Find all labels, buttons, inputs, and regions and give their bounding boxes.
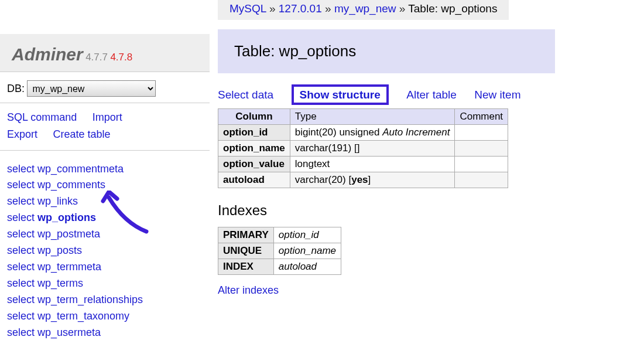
- breadcrumb: MySQL » 127.0.01 » my_wp_new » Table: wp…: [218, 0, 509, 20]
- table-link[interactable]: select wp_term_relationships: [7, 292, 203, 308]
- brand-name: Adminer: [12, 45, 83, 64]
- index-columns: option_id: [273, 227, 341, 243]
- column-type: bigint(20) unsigned Auto Increment: [290, 125, 455, 141]
- brand-version: 4.7.7: [85, 52, 108, 63]
- column-comment: [455, 125, 508, 141]
- table-row: option_valuelongtext: [218, 157, 508, 172]
- select-prefix: select: [7, 212, 37, 223]
- index-kind: INDEX: [218, 259, 274, 275]
- breadcrumb-driver[interactable]: MySQL: [229, 2, 266, 15]
- table-link[interactable]: select wp_terms: [7, 276, 203, 292]
- tab-alter-table[interactable]: Alter table: [406, 89, 457, 101]
- breadcrumb-sep: »: [269, 2, 279, 15]
- select-prefix: select: [7, 228, 37, 240]
- select-prefix: select: [7, 244, 37, 256]
- column-type: varchar(20) [yes]: [290, 172, 455, 188]
- sidebar: Adminer 4.7.7 4.7.8 DB: my_wp_new SQL co…: [0, 0, 210, 340]
- indexes-heading: Indexes: [218, 202, 636, 219]
- column-type: longtext: [290, 157, 455, 172]
- columns-table: Column Type Comment option_idbigint(20) …: [218, 108, 508, 188]
- column-comment: [455, 157, 508, 172]
- create-table-link[interactable]: Create table: [53, 128, 110, 140]
- table-name: wp_termmeta: [37, 261, 101, 273]
- table-name: wp_terms: [37, 277, 83, 289]
- brand-box: Adminer 4.7.7 4.7.8: [0, 34, 210, 72]
- column-name: autoload: [218, 172, 290, 188]
- tab-new-item[interactable]: New item: [474, 89, 520, 101]
- main-content: MySQL » 127.0.01 » my_wp_new » Table: wp…: [210, 0, 644, 340]
- export-link[interactable]: Export: [7, 128, 37, 140]
- column-name: option_id: [218, 125, 290, 141]
- table-link[interactable]: select wp_options: [7, 210, 203, 226]
- table-link[interactable]: select wp_postmeta: [7, 226, 203, 243]
- table-link[interactable]: select wp_commentmeta: [7, 161, 203, 178]
- index-kind: UNIQUE: [218, 243, 274, 259]
- columns-header-row: Column Type Comment: [218, 109, 508, 125]
- select-prefix: select: [7, 163, 37, 175]
- select-prefix: select: [7, 179, 37, 191]
- table-link[interactable]: select wp_term_taxonomy: [7, 308, 203, 325]
- table-row: PRIMARYoption_id: [218, 227, 341, 243]
- index-columns: option_name: [273, 243, 341, 259]
- select-prefix: select: [7, 327, 37, 338]
- alter-indexes-link[interactable]: Alter indexes: [218, 284, 279, 297]
- table-link[interactable]: select wp_comments: [7, 177, 203, 193]
- select-prefix: select: [7, 277, 37, 289]
- index-kind: PRIMARY: [218, 227, 274, 243]
- db-label: DB:: [7, 83, 25, 94]
- page-title: Table: wp_options: [218, 29, 555, 73]
- table-name: wp_links: [37, 195, 78, 207]
- col-header-type: Type: [290, 109, 455, 125]
- table-link[interactable]: select wp_usermeta: [7, 325, 203, 341]
- table-name: wp_term_taxonomy: [37, 310, 129, 322]
- table-row: INDEXautoload: [218, 259, 341, 275]
- column-comment: [455, 141, 508, 157]
- col-header-comment: Comment: [455, 109, 508, 125]
- table-name: wp_usermeta: [37, 327, 101, 338]
- tab-select-data[interactable]: Select data: [218, 89, 273, 101]
- table-name: wp_options: [37, 212, 96, 223]
- breadcrumb-sep: »: [399, 2, 409, 15]
- db-row: DB: my_wp_new: [0, 72, 210, 103]
- breadcrumb-sep: »: [325, 2, 334, 15]
- col-header-column: Column: [218, 109, 290, 125]
- index-columns: autoload: [273, 259, 341, 275]
- tabs: Select data Show structure Alter table N…: [218, 89, 636, 101]
- table-link[interactable]: select wp_posts: [7, 243, 203, 259]
- column-comment: [455, 172, 508, 188]
- sql-command-link[interactable]: SQL command: [7, 111, 77, 123]
- breadcrumb-host[interactable]: 127.0.01: [279, 2, 322, 15]
- table-name: wp_posts: [37, 244, 82, 256]
- column-name: option_name: [218, 141, 290, 157]
- select-prefix: select: [7, 310, 37, 322]
- indexes-table: PRIMARYoption_idUNIQUEoption_nameINDEXau…: [218, 227, 341, 275]
- db-select[interactable]: my_wp_new: [27, 80, 156, 97]
- column-name: option_value: [218, 157, 290, 172]
- table-name: wp_term_relationships: [37, 294, 143, 305]
- table-row: autoloadvarchar(20) [yes]: [218, 172, 508, 188]
- column-type: varchar(191) []: [290, 141, 455, 157]
- table-name: wp_comments: [37, 179, 105, 191]
- tab-show-structure[interactable]: Show structure: [292, 84, 389, 105]
- brand-new-version[interactable]: 4.7.8: [110, 52, 132, 63]
- table-name: wp_postmeta: [37, 228, 100, 240]
- select-prefix: select: [7, 261, 37, 273]
- import-link[interactable]: Import: [93, 111, 122, 123]
- command-block: SQL command Import Export Create table: [0, 103, 210, 151]
- breadcrumb-db[interactable]: my_wp_new: [334, 2, 396, 15]
- table-link[interactable]: select wp_links: [7, 193, 203, 210]
- table-name: wp_commentmeta: [37, 163, 124, 175]
- select-prefix: select: [7, 195, 37, 207]
- breadcrumb-tail: Table: wp_options: [408, 2, 497, 15]
- table-row: UNIQUEoption_name: [218, 243, 341, 259]
- table-row: option_idbigint(20) unsigned Auto Increm…: [218, 125, 508, 141]
- table-row: option_namevarchar(191) []: [218, 141, 508, 157]
- select-prefix: select: [7, 294, 37, 305]
- tables-list: select wp_commentmetaselect wp_commentss…: [0, 151, 210, 340]
- table-link[interactable]: select wp_termmeta: [7, 259, 203, 276]
